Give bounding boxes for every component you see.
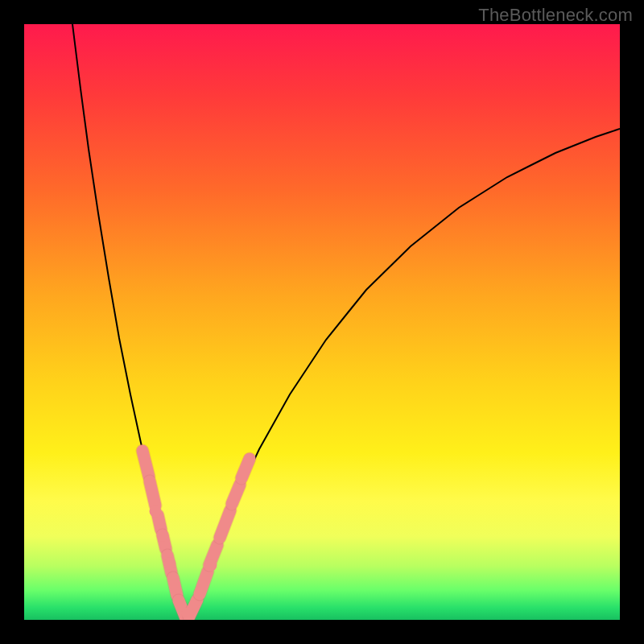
marker-pill [173, 578, 177, 596]
marker-dot [205, 559, 217, 572]
marker-pill [242, 459, 250, 478]
curve-right-branch [185, 129, 620, 618]
marker-pill [158, 515, 161, 530]
curve-left-branch [72, 24, 185, 618]
marker-pill [200, 572, 208, 594]
marker-pill [142, 451, 149, 477]
marker-dot [150, 506, 162, 518]
marker-dot [157, 530, 169, 542]
marker-dot [164, 558, 176, 570]
attribution-text: TheBottleneck.com [478, 5, 633, 26]
marker-group [142, 451, 250, 620]
marker-pill [232, 485, 240, 504]
plot-frame [24, 24, 620, 620]
marker-pill [150, 481, 155, 506]
chart-svg [24, 24, 620, 620]
marker-dot [182, 608, 194, 620]
